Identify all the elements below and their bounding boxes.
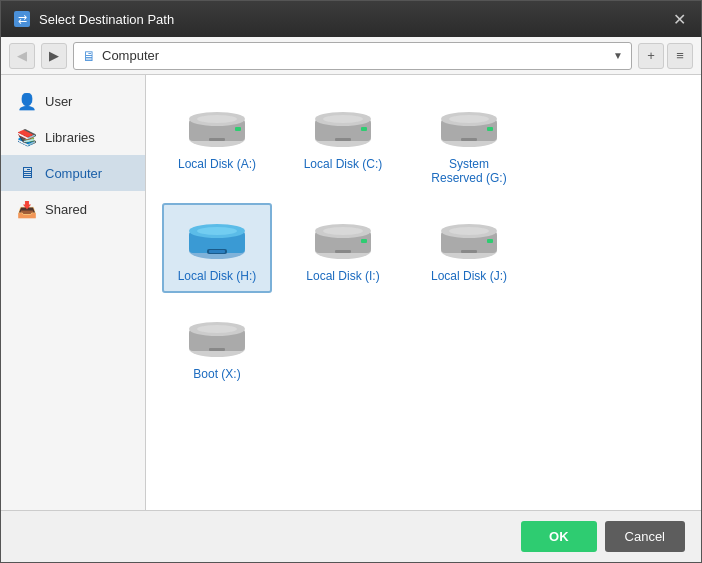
toolbar: ◀ ▶ 🖥 Computer ▼ + ≡ <box>1 37 701 75</box>
svg-rect-36 <box>487 239 493 243</box>
title-bar: ⇄ Select Destination Path ✕ <box>1 1 701 37</box>
svg-rect-19 <box>461 138 477 141</box>
disk-item-a[interactable]: Local Disk (A:) <box>162 91 272 195</box>
svg-point-5 <box>197 115 237 123</box>
address-text: Computer <box>102 48 607 63</box>
disk-label-a: Local Disk (A:) <box>178 157 256 171</box>
disk-icon-a <box>183 101 251 151</box>
disk-item-h[interactable]: Local Disk (H:) <box>162 203 272 293</box>
disk-label-i: Local Disk (I:) <box>306 269 379 283</box>
sidebar-icon-libraries: 📚 <box>17 127 37 147</box>
svg-rect-30 <box>361 239 367 243</box>
disk-label-c: Local Disk (C:) <box>304 157 383 171</box>
sidebar: 👤 User 📚 Libraries 🖥 Computer 📥 Shared <box>1 75 146 510</box>
sidebar-icon-computer: 🖥 <box>17 163 37 183</box>
disk-item-x[interactable]: Boot (X:) <box>162 301 272 391</box>
back-button[interactable]: ◀ <box>9 43 35 69</box>
title-bar-left: ⇄ Select Destination Path <box>13 10 174 28</box>
svg-point-23 <box>197 227 237 235</box>
svg-rect-25 <box>209 250 225 253</box>
svg-point-11 <box>323 115 363 123</box>
disk-label-g: System Reserved (G:) <box>424 157 514 185</box>
dialog-title: Select Destination Path <box>39 12 174 27</box>
computer-icon: 🖥 <box>82 48 96 64</box>
toolbar-right-buttons: + ≡ <box>638 43 693 69</box>
svg-rect-42 <box>209 348 225 351</box>
content: 👤 User 📚 Libraries 🖥 Computer 📥 Shared L… <box>1 75 701 510</box>
sidebar-label-user: User <box>45 94 72 109</box>
dialog: ⇄ Select Destination Path ✕ ◀ ▶ 🖥 Comput… <box>0 0 702 563</box>
disk-label-x: Boot (X:) <box>193 367 240 381</box>
disk-item-j[interactable]: Local Disk (J:) <box>414 203 524 293</box>
disk-icon-j <box>435 213 503 263</box>
address-dropdown-arrow: ▼ <box>613 50 623 61</box>
disk-icon-c <box>309 101 377 151</box>
disk-icon-g <box>435 101 503 151</box>
svg-rect-6 <box>235 127 241 131</box>
sidebar-label-computer: Computer <box>45 166 102 181</box>
address-bar[interactable]: 🖥 Computer ▼ <box>73 42 632 70</box>
disk-item-g[interactable]: System Reserved (G:) <box>414 91 524 195</box>
dialog-icon: ⇄ <box>13 10 31 28</box>
svg-point-17 <box>449 115 489 123</box>
svg-point-41 <box>197 325 237 333</box>
add-button[interactable]: + <box>638 43 664 69</box>
svg-rect-7 <box>209 138 225 141</box>
sidebar-label-shared: Shared <box>45 202 87 217</box>
disk-icon-x <box>183 311 251 361</box>
svg-rect-37 <box>461 250 477 253</box>
svg-rect-13 <box>335 138 351 141</box>
view-button[interactable]: ≡ <box>667 43 693 69</box>
sidebar-item-user[interactable]: 👤 User <box>1 83 145 119</box>
cancel-button[interactable]: Cancel <box>605 521 685 552</box>
disk-label-j: Local Disk (J:) <box>431 269 507 283</box>
sidebar-item-shared[interactable]: 📥 Shared <box>1 191 145 227</box>
disk-item-i[interactable]: Local Disk (I:) <box>288 203 398 293</box>
disk-grid: Local Disk (A:) Local Disk (C:) System R… <box>162 91 685 391</box>
footer: OK Cancel <box>1 510 701 562</box>
main-area: Local Disk (A:) Local Disk (C:) System R… <box>146 75 701 510</box>
disk-label-h: Local Disk (H:) <box>178 269 257 283</box>
svg-text:⇄: ⇄ <box>18 13 27 25</box>
sidebar-item-computer[interactable]: 🖥 Computer <box>1 155 145 191</box>
disk-icon-i <box>309 213 377 263</box>
svg-rect-18 <box>487 127 493 131</box>
sidebar-label-libraries: Libraries <box>45 130 95 145</box>
svg-rect-31 <box>335 250 351 253</box>
svg-point-29 <box>323 227 363 235</box>
disk-item-c[interactable]: Local Disk (C:) <box>288 91 398 195</box>
forward-button[interactable]: ▶ <box>41 43 67 69</box>
ok-button[interactable]: OK <box>521 521 597 552</box>
svg-point-35 <box>449 227 489 235</box>
sidebar-item-libraries[interactable]: 📚 Libraries <box>1 119 145 155</box>
sidebar-icon-user: 👤 <box>17 91 37 111</box>
close-button[interactable]: ✕ <box>669 9 689 29</box>
svg-rect-12 <box>361 127 367 131</box>
sidebar-icon-shared: 📥 <box>17 199 37 219</box>
disk-icon-h <box>183 213 251 263</box>
